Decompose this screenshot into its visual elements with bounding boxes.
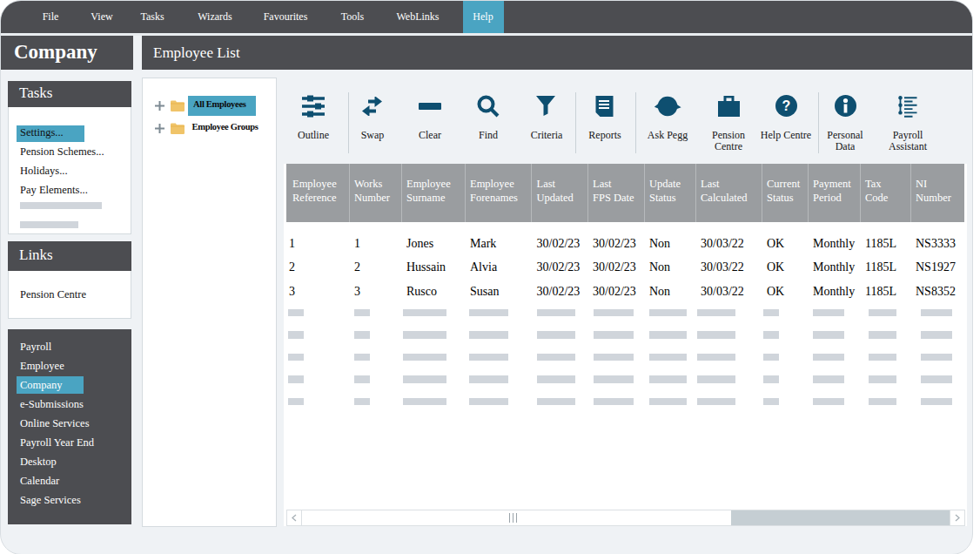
svg-text:?: ? xyxy=(782,98,791,113)
